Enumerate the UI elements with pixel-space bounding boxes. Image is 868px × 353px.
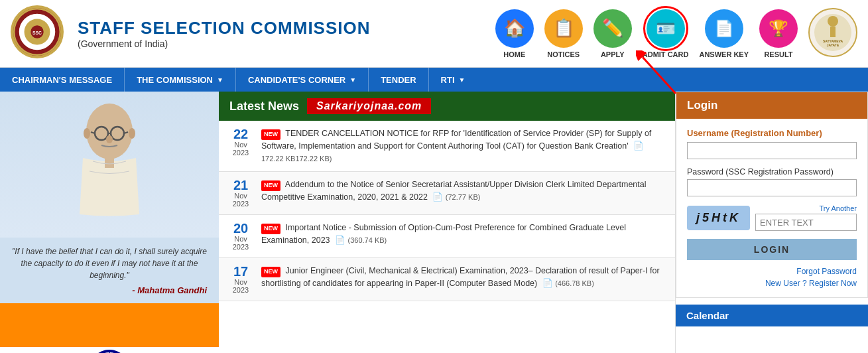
news-text-4: Junior Engineer (Civil, Mechanical & Ele… [261,266,660,288]
home-icon-circle[interactable]: 🏠 [495,9,534,48]
right-sidebar: Login Username (Registration Number) Pas… [676,92,868,353]
nav-answer-key[interactable]: 📄 ANSWER KEY [699,9,749,58]
svg-rect-23 [105,158,114,168]
ssc-logo: SSC [11,5,67,62]
nav-rti[interactable]: RTI ▼ [429,68,477,92]
news-month-4: Nov [227,278,255,286]
try-another-link[interactable]: Try Another [755,204,857,212]
gandhi-quote-text: "If I have the belief that I can do it, … [12,246,207,281]
nav-apply[interactable]: ✏️ APPLY [593,9,632,58]
pdf-icon-1: 📄 [633,141,644,151]
login-button[interactable]: LOGIN [687,239,857,260]
svg-rect-10 [830,27,836,37]
login-box: Login Username (Registration Number) Pas… [676,92,868,298]
news-month-3: Nov [227,235,255,243]
news-text-1: TENDER CANCELLATION NOTICE for RFP for '… [261,129,651,151]
admit-card-arrow [636,50,689,99]
news-item-3: 20 Nov 2023 NEW Important Notice - Submi… [219,215,675,258]
captcha-display: j5HtK [687,206,750,230]
news-content-3: NEW Important Notice - Submission of Opt… [261,222,667,251]
news-year-4: 2023 [227,286,255,294]
login-body: Username (Registration Number) Password … [676,119,867,297]
password-input[interactable] [687,179,857,196]
file-size-1: 172.22 KB [261,155,295,163]
news-day-1: 22 [227,127,255,141]
calendar-header: Calendar [676,305,868,326]
result-label: RESULT [764,50,792,58]
captcha-input-col: Try Another [755,204,857,231]
captcha-input[interactable] [755,214,857,231]
username-input[interactable] [687,142,857,159]
username-label: Username (Registration Number) [687,128,857,138]
news-content-4: NEW Junior Engineer (Civil, Mechanical &… [261,265,667,294]
new-badge-2: NEW [261,180,280,191]
center-content: Latest News Sarkariyojnaa.com 22 Nov 202… [219,92,676,353]
news-item-4: 17 Nov 2023 NEW Junior Engineer (Civil, … [219,258,675,301]
svg-point-20 [106,135,113,143]
admit-card-icon-circle[interactable]: 🪪 [647,9,685,48]
news-text-3: Important Notice - Submission of Option-… [261,223,626,245]
notices-icon-circle[interactable]: 📋 [544,9,583,48]
news-day-4: 17 [227,265,255,278]
forgot-password-link[interactable]: Forgot Password [796,267,857,276]
new-badge-3: NEW [261,224,280,234]
svg-point-21 [84,128,90,139]
svg-point-22 [129,128,135,139]
gandhi-image-area [0,92,219,238]
nav-tender[interactable]: TENDER [369,68,428,92]
news-item-2: 21 Nov 2023 NEW Addendum to the Notice o… [219,172,675,215]
org-sub: (Government of India) [78,38,495,49]
news-month-1: Nov [227,141,255,149]
login-header: Login [676,92,867,119]
nav-home[interactable]: 🏠 HOME [495,9,534,58]
nav-icons: 🏠 HOME 📋 NOTICES ✏️ APPLY 🪪 ADMIT CARD [495,9,798,58]
news-date-2: 21 Nov 2023 [227,178,255,208]
notices-label: NOTICES [547,50,580,58]
gandhi-quote-box: "If I have the belief that I can do it, … [0,238,219,303]
svg-text:JAYATE: JAYATE [827,43,839,47]
news-month-2: Nov [227,192,255,200]
home-label: HOME [503,50,525,58]
password-label: Password (SSC Registration Password) [687,167,857,176]
pdf-icon-4: 📄 [542,279,553,288]
right-emblem: SATYAMEVA JAYATE [808,8,857,59]
news-item-1: 22 Nov 2023 NEW TENDER CANCELLATION NOTI… [219,121,675,172]
org-title-block: STAFF SELECTION COMMISSION (Government o… [78,18,495,49]
org-name: STAFF SELECTION COMMISSION [78,18,495,38]
login-links: Forgot Password New User ? Register Now [687,267,857,288]
news-day-3: 20 [227,222,255,235]
commission-dropdown-icon: ▼ [217,76,223,84]
header: SSC STAFF SELECTION COMMISSION (Governme… [0,0,868,68]
news-date-3: 20 Nov 2023 [227,222,255,251]
nav-the-commission[interactable]: THE COMMISSION ▼ [125,68,236,92]
news-year-3: 2023 [227,243,255,251]
pdf-icon-2: 📄 [432,192,443,202]
nav-chairmans-message[interactable]: CHAIRMAN'S MESSAGE [0,68,125,92]
sarkar-badge: Sarkariyojnaa.com [307,98,431,114]
news-date-1: 22 Nov 2023 [227,127,255,165]
latest-news-title: Latest News [229,100,299,113]
answer-key-label: ANSWER KEY [699,50,749,58]
new-user-link[interactable]: New User ? Register Now [765,279,857,288]
new-badge-1: NEW [261,129,280,140]
apply-icon-circle[interactable]: ✏️ [593,9,632,48]
nav-candidates-corner[interactable]: CANDIDATE'S CORNER ▼ [236,68,369,92]
india-75-area: 75 [0,303,219,353]
svg-line-6 [643,57,676,94]
file-size-3: (360.74 KB) [348,236,387,244]
candidates-dropdown-icon: ▼ [349,76,356,84]
news-list: 22 Nov 2023 NEW TENDER CANCELLATION NOTI… [219,121,675,301]
rti-dropdown-icon: ▼ [459,76,465,84]
answer-key-icon-circle[interactable]: 📄 [705,9,743,48]
main-layout: "If I have the belief that I can do it, … [0,92,868,353]
news-day-2: 21 [227,178,255,192]
result-icon-circle[interactable]: 🏆 [759,9,798,48]
nav-bar: CHAIRMAN'S MESSAGE THE COMMISSION ▼ CAND… [0,68,868,92]
gandhi-quote-author: - Mahatma Gandhi [12,285,207,295]
svg-text:SSC: SSC [32,31,42,35]
nav-admit-card[interactable]: 🪪 ADMIT CARD [643,9,689,58]
news-content-2: NEW Addendum to the Notice of Senior Sec… [261,178,667,208]
file-size-2: (72.77 KB) [446,193,481,201]
nav-result[interactable]: 🏆 RESULT [759,9,798,58]
nav-notices[interactable]: 📋 NOTICES [544,9,583,58]
